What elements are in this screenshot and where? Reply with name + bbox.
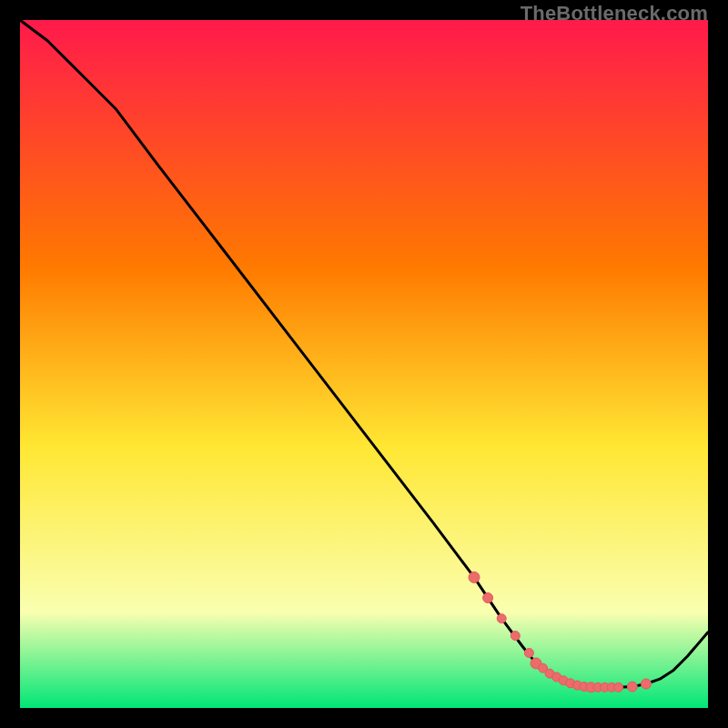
data-marker [614,682,623,692]
data-marker [497,614,506,623]
data-marker [524,649,533,658]
gradient-chart [20,20,708,708]
data-marker [642,679,652,689]
data-marker [483,593,493,603]
chart-frame: TheBottleneck.com [0,0,728,728]
gradient-background [20,20,708,708]
watermark-label: TheBottleneck.com [521,2,708,25]
plot-area [20,20,708,708]
data-marker [511,632,520,641]
data-marker [469,571,480,582]
data-marker [627,682,637,692]
